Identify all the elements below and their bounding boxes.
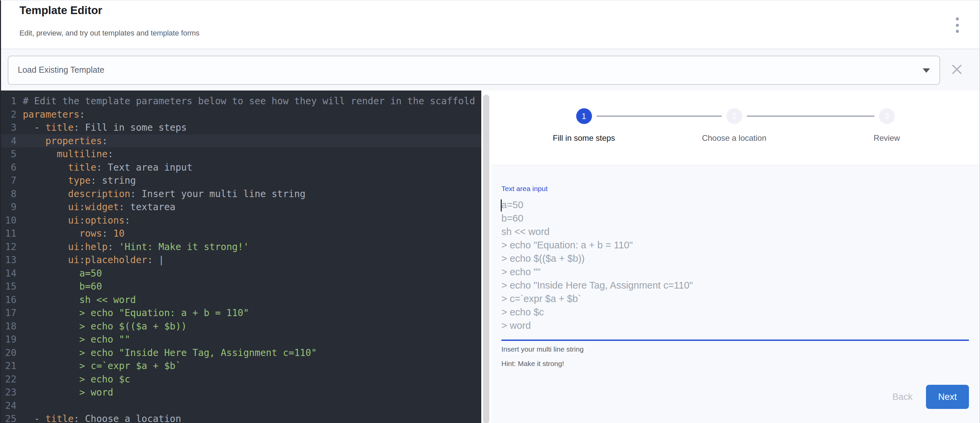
code-line[interactable]: 6 title: Text area input — [1, 161, 481, 174]
line-number: 12 — [1, 240, 19, 254]
line-number: 20 — [1, 346, 19, 360]
next-button[interactable]: Next — [926, 385, 969, 409]
code-text: ui:help: 'Hint: Make it strong!' — [19, 240, 249, 254]
code-line[interactable]: 1# Edit the template parameters below to… — [1, 95, 481, 108]
line-number: 24 — [1, 399, 19, 413]
code-text: type: string — [19, 174, 136, 187]
back-button[interactable]: Back — [888, 386, 917, 408]
code-line[interactable]: 20 > echo "Inside Here Tag, Assignment c… — [1, 346, 481, 360]
code-text: > echo "" — [19, 333, 130, 346]
step-indicator-1[interactable]: 1 — [576, 108, 592, 124]
code-text: properties: — [19, 135, 108, 148]
line-number: 9 — [1, 200, 19, 214]
load-existing-template-value: Load Existing Template — [18, 65, 104, 75]
code-line[interactable]: 13 ui:placeholder: | — [1, 253, 481, 267]
code-line[interactable]: 9 ui:widget: textarea — [1, 200, 481, 214]
line-number: 15 — [1, 280, 19, 293]
line-number: 25 — [1, 412, 19, 423]
line-number: 23 — [1, 386, 19, 399]
code-line[interactable]: 21 > c=`expr $a + $b` — [1, 359, 481, 373]
step-label-3: Review — [813, 133, 961, 143]
code-text: sh << word — [19, 293, 136, 307]
code-text: > echo "Inside Here Tag, Assignment c=11… — [19, 346, 317, 360]
template-preview-panel: 1Fill in some steps2Choose a location3Re… — [492, 90, 980, 423]
line-number: 4 — [1, 135, 19, 148]
code-text: > word — [19, 386, 113, 399]
code-line[interactable]: 19 > echo "" — [1, 333, 481, 346]
line-number: 7 — [1, 174, 19, 187]
code-line[interactable]: 22 > echo $c — [1, 373, 481, 386]
code-line[interactable]: 17 > echo "Equation: a + b = 110" — [1, 306, 481, 320]
pane-resize-handle[interactable] — [483, 95, 489, 423]
code-line[interactable]: 10 ui:options: — [1, 214, 481, 227]
line-number: 1 — [1, 95, 19, 108]
code-text: a=50 — [19, 267, 102, 280]
form-actions: Back Next — [888, 385, 969, 409]
field-label: Text area input — [501, 185, 548, 193]
clear-selection-button[interactable] — [951, 64, 962, 75]
code-text: > c=`expr $a + $b` — [19, 359, 181, 373]
code-line[interactable]: 24 — [1, 399, 481, 413]
code-line[interactable]: 11 rows: 10 — [1, 227, 481, 240]
line-number: 18 — [1, 320, 19, 333]
code-text: # Edit the template parameters below to … — [19, 95, 475, 108]
load-template-bar: Load Existing Template — [1, 49, 979, 90]
code-text: > echo $(($a + $b)) — [19, 320, 187, 333]
line-number: 14 — [1, 267, 19, 280]
step-label-2: Choose a location — [660, 133, 808, 143]
page-header: Template Editor Edit, preview, and try o… — [1, 1, 979, 49]
code-text: title: Text area input — [19, 161, 192, 174]
code-line[interactable]: 25 - title: Choose a location — [1, 412, 481, 423]
code-text — [19, 399, 23, 413]
code-line[interactable]: 7 type: string — [1, 174, 481, 187]
page-subtitle: Edit, preview, and try out templates and… — [19, 29, 200, 38]
step-indicator-2[interactable]: 2 — [727, 108, 742, 124]
code-line[interactable]: 4 properties: — [1, 135, 481, 148]
code-line[interactable]: 5 multiline: — [1, 147, 481, 161]
kebab-menu-button[interactable] — [953, 17, 962, 33]
kebab-dot — [956, 30, 959, 33]
code-text: > echo "Equation: a + b = 110" — [19, 306, 249, 320]
line-number: 16 — [1, 293, 19, 307]
code-line[interactable]: 23 > word — [1, 386, 481, 399]
line-number: 10 — [1, 214, 19, 227]
code-text: description: Insert your multi line stri… — [19, 187, 305, 201]
line-number: 11 — [1, 227, 19, 240]
kebab-dot — [956, 17, 959, 21]
code-line[interactable]: 18 > echo $(($a + $b)) — [1, 320, 481, 333]
code-text: ui:options: — [19, 214, 130, 227]
line-number: 6 — [1, 161, 19, 174]
code-line[interactable]: 16 sh << word — [1, 293, 481, 307]
code-text: rows: 10 — [19, 227, 124, 240]
kebab-dot — [956, 24, 959, 27]
code-line[interactable]: 14 a=50 — [1, 267, 481, 280]
field-description: Insert your multi line string — [501, 345, 584, 353]
code-line[interactable]: 3 - title: Fill in some steps — [1, 121, 481, 135]
step-connector — [597, 116, 722, 117]
line-number: 19 — [1, 333, 19, 346]
step-indicator-3[interactable]: 3 — [879, 108, 895, 124]
line-number: 13 — [1, 253, 19, 267]
code-line[interactable]: 8 description: Insert your multi line st… — [1, 187, 481, 201]
line-number: 2 — [1, 108, 19, 121]
code-editor-lines: 1# Edit the template parameters below to… — [1, 90, 481, 423]
template-editor-window: Template Editor Edit, preview, and try o… — [0, 0, 980, 423]
close-icon — [951, 64, 962, 75]
code-text: ui:widget: textarea — [19, 200, 175, 214]
step-form: Text area input a=50 b=60 sh << word > e… — [492, 165, 980, 423]
code-line[interactable]: 2parameters: — [1, 108, 481, 121]
load-existing-template-select[interactable]: Load Existing Template — [8, 55, 940, 85]
multiline-textarea[interactable]: a=50 b=60 sh << word > echo "Equation: a… — [501, 198, 969, 334]
field-help-text: Hint: Make it strong! — [501, 360, 564, 368]
step-connector — [747, 116, 874, 117]
page-title: Template Editor — [19, 4, 102, 17]
code-line[interactable]: 12 ui:help: 'Hint: Make it strong!' — [1, 240, 481, 254]
line-number: 22 — [1, 373, 19, 386]
textarea-focus-underline — [501, 339, 969, 341]
code-text: ui:placeholder: | — [19, 253, 164, 267]
code-editor[interactable]: 1# Edit the template parameters below to… — [1, 90, 481, 423]
code-text: multiline: — [19, 147, 113, 161]
code-text: - title: Fill in some steps — [19, 121, 187, 135]
text-cursor — [501, 200, 502, 211]
code-line[interactable]: 15 b=60 — [1, 280, 481, 293]
